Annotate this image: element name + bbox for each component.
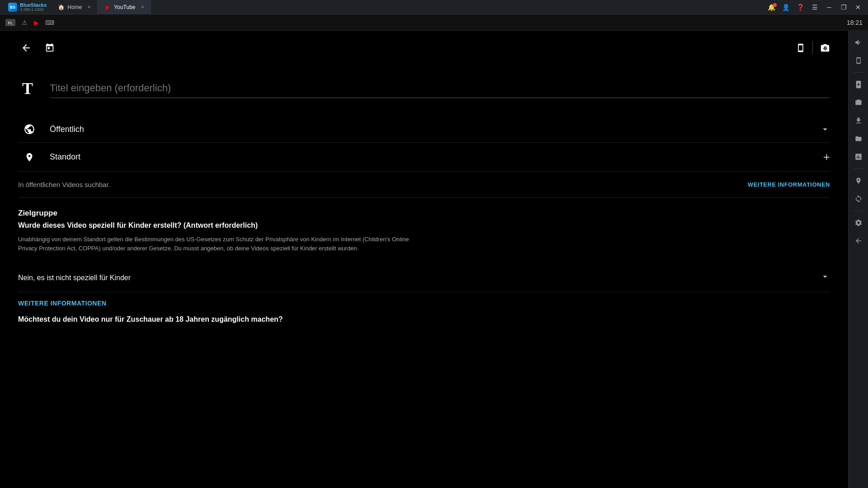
top-nav [18, 40, 830, 56]
top-nav-left [18, 40, 58, 56]
minimize-button[interactable]: ─ [823, 2, 835, 12]
location-label: Standort [50, 152, 814, 162]
photo-lab-icon[interactable]: PL [5, 19, 15, 26]
youtube-tab-label: YouTube [114, 4, 135, 10]
menu-button[interactable]: ☰ [808, 2, 821, 12]
kids-dropdown[interactable]: Nein, es ist nicht speziell für Kinder [18, 263, 830, 292]
app-name: BlueStacks [20, 2, 47, 8]
weitere-informationen-link[interactable]: WEITERE INFORMATIONEN [18, 292, 830, 310]
toolbar-left: PL ⚠ ▶ ⌨ [5, 19, 54, 26]
age-question: Möchtest du dein Video nur für Zuschauer… [18, 310, 830, 325]
youtube-tab-icon: ▶ [104, 4, 111, 11]
home-tab-icon: 🏠 [57, 4, 65, 11]
sidebar-sync-button[interactable] [850, 191, 867, 207]
svg-text:T: T [22, 80, 33, 98]
home-tab-close[interactable]: ✕ [87, 5, 91, 9]
sidebar-screenshot-button[interactable] [850, 76, 867, 93]
nav-divider [812, 42, 813, 54]
visibility-row[interactable]: Öffentlich [18, 116, 830, 143]
location-pin-icon [18, 151, 41, 163]
youtube-tab-close[interactable]: ✕ [141, 5, 144, 9]
restore-button[interactable]: ❐ [837, 2, 850, 12]
tab-youtube[interactable]: ▶ YouTube ✕ [98, 0, 151, 14]
tab-bar: 🏠 Home ✕ ▶ YouTube ✕ [51, 0, 151, 14]
bluestacks-text: BlueStacks 4.280.1.1004 [20, 2, 47, 12]
title-bar: BS BlueStacks 4.280.1.1004 🏠 Home ✕ ▶ Yo… [0, 0, 868, 14]
sidebar-back-button[interactable] [850, 233, 867, 249]
toolbar: PL ⚠ ▶ ⌨ 18:21 [0, 14, 868, 31]
back-button[interactable] [18, 40, 34, 56]
close-button[interactable]: ✕ [852, 2, 864, 12]
help-button[interactable]: ❓ [794, 2, 807, 12]
right-sidebar [848, 31, 868, 488]
sidebar-camera-button[interactable] [850, 94, 867, 111]
keyboard-icon[interactable]: ⌨ [45, 19, 54, 26]
globe-icon [18, 123, 41, 135]
sidebar-settings-button[interactable] [850, 215, 867, 231]
sidebar-folder-button[interactable] [850, 131, 867, 147]
bluestacks-icon: BS [8, 3, 17, 12]
kids-option-label: Nein, es ist nicht speziell für Kinder [18, 274, 131, 282]
visibility-label: Öffentlich [50, 125, 811, 134]
zielgruppe-description: Unabhängig von deinem Standort gelten di… [18, 235, 425, 253]
home-tab-label: Home [67, 4, 82, 10]
info-row: In öffentlichen Videos suchbar. WEITERE … [18, 172, 830, 198]
app-content: T Öffentlich [0, 31, 848, 488]
sidebar-upload-button[interactable] [850, 113, 867, 129]
notification-badge [773, 3, 777, 7]
time-display: 18:21 [847, 19, 863, 26]
notifications-button[interactable]: 🔔 [765, 2, 778, 12]
sidebar-divider-1 [853, 72, 864, 73]
sidebar-divider-3 [853, 211, 864, 211]
bluestacks-logo: BS BlueStacks 4.280.1.1004 [4, 0, 51, 14]
title-input[interactable] [50, 79, 830, 98]
sidebar-divider-2 [853, 169, 864, 169]
zielgruppe-section: Zielgruppe Wurde dieses Video speziell f… [18, 198, 830, 263]
sidebar-phone-button[interactable] [850, 52, 867, 69]
app-version: 4.280.1.1004 [20, 8, 47, 12]
info-text: In öffentlichen Videos suchbar. [18, 181, 110, 188]
youtube-icon[interactable]: ▶ [34, 19, 39, 26]
zielgruppe-title: Zielgruppe [18, 209, 830, 218]
title-bar-right: 🔔 👤 ❓ ☰ ─ ❐ ✕ [765, 2, 864, 12]
sidebar-volume-button[interactable] [850, 34, 867, 51]
main-container: T Öffentlich [0, 31, 868, 488]
zielgruppe-question: Wurde dieses Video speziell für Kinder e… [18, 221, 830, 230]
tab-home[interactable]: 🏠 Home ✕ [51, 0, 98, 14]
camera-rotate-button[interactable] [820, 43, 830, 53]
info-link[interactable]: WEITERE INFORMATIONEN [748, 181, 830, 188]
title-bar-left: BS BlueStacks 4.280.1.1004 🏠 Home ✕ ▶ Yo… [4, 0, 151, 14]
profile-button[interactable]: 👤 [779, 2, 792, 12]
visibility-chevron-icon [820, 124, 830, 134]
kids-chevron-icon [820, 272, 830, 284]
title-text-icon: T [18, 80, 41, 98]
title-input-row: T [18, 79, 830, 98]
warning-icon[interactable]: ⚠ [22, 19, 28, 26]
calendar-button[interactable] [42, 40, 58, 56]
phone-icon-button[interactable] [796, 43, 805, 53]
form-section: T Öffentlich [18, 70, 830, 334]
top-nav-right [796, 42, 830, 54]
location-row[interactable]: Standort + [18, 143, 830, 172]
location-add-icon: + [823, 150, 830, 164]
sidebar-location-button[interactable] [850, 173, 867, 189]
svg-text:PL: PL [8, 21, 13, 25]
sidebar-stats-button[interactable] [850, 149, 867, 165]
